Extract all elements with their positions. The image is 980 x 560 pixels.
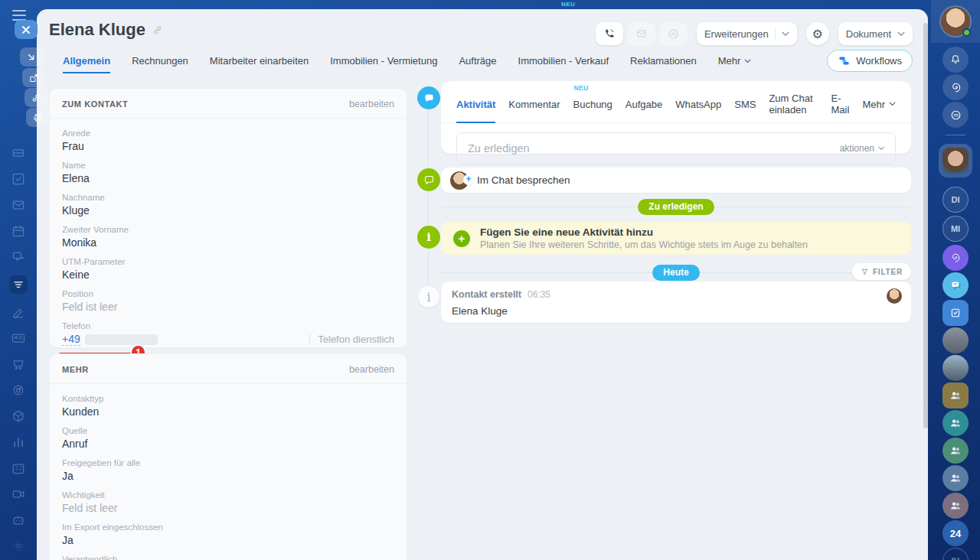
- external-link-icon: [28, 73, 39, 83]
- discuss-in-chat-row[interactable]: + Im Chat besprechen: [441, 168, 911, 193]
- atab-buchung[interactable]: NEU Buchung: [573, 93, 612, 116]
- recent-chat-di[interactable]: DI: [942, 187, 969, 213]
- minimize-slider-button[interactable]: [20, 47, 43, 67]
- sidebar-calendar-icon[interactable]: [11, 223, 26, 239]
- recent-chat-mi[interactable]: MI: [942, 216, 969, 242]
- notifications-button[interactable]: [942, 47, 969, 73]
- tab-auftraege[interactable]: Aufträge: [459, 55, 496, 67]
- workflows-button[interactable]: Workflows: [827, 50, 913, 72]
- tab-allgemein[interactable]: Allgemein: [63, 55, 110, 67]
- group-chat-mauve[interactable]: [942, 493, 969, 519]
- sidebar-contact-card-icon[interactable]: [11, 330, 26, 346]
- extensions-dropdown[interactable]: Erweiterungen: [697, 22, 797, 45]
- user-profile-avatar[interactable]: [941, 7, 970, 36]
- edit-contact-link[interactable]: bearbeiten: [349, 99, 394, 109]
- field-nachname: Nachname Kluge: [62, 193, 394, 217]
- copy-link-button[interactable]: [24, 88, 47, 107]
- close-slider-button[interactable]: [15, 20, 38, 39]
- sidebar-crm-icon[interactable]: [9, 275, 28, 294]
- print-button[interactable]: [26, 108, 49, 127]
- group-chat-slate[interactable]: [942, 465, 969, 491]
- tab-rechnungen[interactable]: Rechnungen: [132, 55, 188, 67]
- actions-dropdown[interactable]: aktionen: [840, 143, 884, 154]
- sidebar-mail-icon[interactable]: [11, 197, 26, 213]
- chat-24[interactable]: 24: [942, 520, 969, 546]
- phone-icon: [603, 28, 616, 40]
- sidebar-product-icon[interactable]: [11, 409, 26, 424]
- recent-chat-active[interactable]: [939, 144, 972, 177]
- open-new-window-button[interactable]: [22, 68, 45, 87]
- copilot-button[interactable]: [942, 74, 969, 100]
- document-dropdown[interactable]: Dokument: [838, 22, 913, 45]
- group-chat-olive[interactable]: [942, 383, 969, 409]
- todo-input-wrap: aktionen: [456, 132, 896, 164]
- feedback-button[interactable]: [660, 22, 688, 45]
- call-button[interactable]: [596, 22, 623, 45]
- sidebar-bot-icon[interactable]: [11, 513, 26, 528]
- sidebar-marketing-icon[interactable]: [11, 383, 26, 398]
- atab-zum-chat-einladen[interactable]: Zum Chat einladen: [769, 93, 818, 116]
- sidebar-desk-icon[interactable]: [11, 145, 26, 161]
- chat-photo-building[interactable]: [942, 327, 969, 353]
- main-scrollbar[interactable]: [923, 23, 928, 428]
- copy-link-icon[interactable]: [152, 24, 163, 36]
- edit-more-link[interactable]: bearbeiten: [349, 364, 394, 375]
- sidebar-shop-icon[interactable]: [11, 357, 26, 372]
- tab-immobilien-vermietung[interactable]: Immobilien - Vermietung: [330, 55, 437, 67]
- field-export: Im Export eingeschlossen Ja: [62, 523, 394, 546]
- sidebar-chats-icon[interactable]: [11, 249, 26, 265]
- atab-mehr[interactable]: Mehr: [862, 93, 896, 116]
- sidebar-sign-icon[interactable]: [11, 304, 26, 320]
- redacted-phone-number: [85, 334, 158, 345]
- tasks-chat[interactable]: [942, 300, 969, 326]
- todo-input[interactable]: [468, 142, 840, 155]
- field-zweiter-vorname: Zweiter Vorname Monika: [62, 225, 394, 249]
- document-label: Dokument: [846, 28, 891, 40]
- group-chat-teal[interactable]: [942, 410, 969, 436]
- chevron-down-icon: [897, 31, 905, 37]
- sidebar-settings-icon[interactable]: [11, 539, 26, 554]
- neu-badge: NEU: [574, 84, 589, 92]
- discuss-in-chat-label: Im Chat besprechen: [477, 174, 570, 186]
- sidebar-schedule-icon[interactable]: [11, 461, 26, 476]
- add-activity-button[interactable]: +: [453, 230, 470, 247]
- phone-type-selector[interactable]: Telefon dienstlich: [318, 334, 394, 345]
- atab-whatsapp[interactable]: WhatsApp: [675, 93, 721, 116]
- email-button[interactable]: [628, 22, 655, 45]
- sidebar-analytics-icon[interactable]: [11, 435, 26, 450]
- chat-iv[interactable]: IV: [942, 548, 969, 560]
- tab-mitarbeiter-einarbeiten[interactable]: Mitarbeiter einarbeiten: [210, 55, 309, 67]
- feedback-sidebar-button[interactable]: [942, 102, 969, 128]
- group-chat-green[interactable]: [942, 438, 969, 464]
- tab-mehr[interactable]: Mehr: [718, 55, 752, 67]
- atab-aktivitaet[interactable]: Aktivität: [456, 93, 495, 116]
- sidebar-video-icon[interactable]: [11, 487, 26, 502]
- settings-button[interactable]: ⚙: [806, 22, 829, 45]
- chevron-down-icon: [744, 59, 751, 63]
- workflows-label: Workflows: [856, 55, 902, 67]
- activity-tabs: Aktivität Kommentar NEU Buchung Aufgabe …: [441, 81, 911, 123]
- hint-title: Fügen Sie eine neue Aktivität hinzu: [480, 226, 808, 238]
- menu-icon[interactable]: [12, 10, 26, 21]
- atab-email[interactable]: E-Mail: [831, 93, 850, 116]
- activity-marker-icon: [417, 86, 440, 109]
- tab-immobilien-verkauf[interactable]: Immobilien - Verkauf: [518, 55, 609, 67]
- messenger-chat[interactable]: [942, 272, 969, 298]
- phone-number-link[interactable]: +49: [62, 333, 80, 346]
- chat-photo-houses[interactable]: [942, 355, 969, 381]
- copilot-chat[interactable]: [942, 245, 969, 271]
- field-name: Name Elena: [62, 161, 394, 184]
- timeline-entry-contact-created[interactable]: Kontakt erstellt 06:35 Elena Kluge: [441, 282, 911, 323]
- tab-reklamationen[interactable]: Reklamationen: [630, 55, 697, 67]
- printer-icon: [32, 112, 43, 123]
- atab-sms[interactable]: SMS: [734, 93, 756, 116]
- atab-kommentar[interactable]: Kommentar: [508, 93, 560, 116]
- arrow-down-right-icon: [26, 52, 37, 63]
- checkbox-icon: [949, 307, 962, 319]
- atab-aufgabe[interactable]: Aufgabe: [626, 93, 662, 116]
- sidebar-tasks-icon[interactable]: [11, 171, 26, 187]
- filter-button[interactable]: FILTER: [852, 263, 911, 280]
- header-actions: Erweiterungen ⚙ Dokument: [596, 22, 913, 45]
- online-status-dot: [962, 28, 971, 37]
- field-wichtigkeit: Wichtigkeit Feld ist leer: [62, 490, 394, 514]
